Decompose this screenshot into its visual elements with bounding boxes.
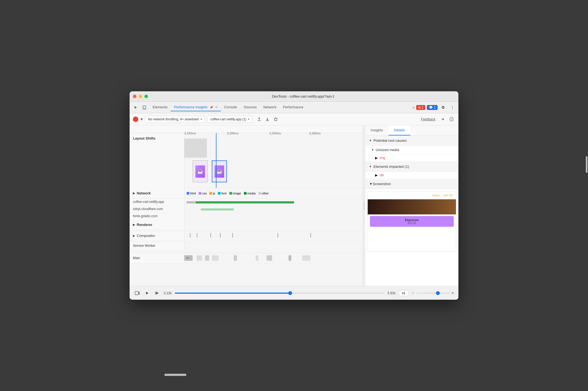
screenshot-header[interactable]: ▼ Screenshot (365, 179, 458, 189)
svg-point-2 (452, 106, 453, 106)
comp-tick-2 (197, 233, 197, 237)
legend-js: js (209, 192, 215, 195)
html-color-dot (187, 192, 189, 195)
elements-impacted-header[interactable]: ▼ Elements impacted (1) (365, 162, 458, 172)
settings-icon[interactable] (439, 104, 447, 111)
settings-icon-2[interactable] (439, 116, 446, 123)
network-bar-download-1 (195, 201, 294, 203)
unsized-media-section[interactable]: ▼ Unsized media (365, 146, 458, 154)
cursor-icon[interactable] (132, 104, 139, 111)
upload-icon[interactable] (256, 116, 263, 123)
zoom-slider-thumb[interactable] (436, 291, 440, 295)
start-button[interactable] (154, 290, 160, 296)
svg-rect-7 (135, 291, 138, 295)
close-button[interactable] (133, 95, 136, 98)
product-box-1[interactable]: ☕ (193, 160, 208, 182)
other-color-dot (258, 192, 261, 195)
network-track-2 (184, 206, 363, 213)
camera-mode-button[interactable] (134, 290, 141, 296)
network-row-3[interactable]: fonts.gstatic.com (130, 213, 363, 220)
potential-root-causes-header[interactable]: ▼ Potential root causes (365, 136, 458, 146)
timeline-scrubber[interactable] (175, 293, 384, 294)
delete-icon[interactable] (272, 116, 279, 123)
font-color-dot (218, 192, 221, 195)
zoom-slider[interactable] (416, 293, 449, 294)
comp-tick-3 (210, 233, 211, 237)
img-link-item[interactable]: ▶ img (365, 154, 458, 162)
network-row-2[interactable]: cdnjs.cloudflare.com (130, 206, 363, 213)
right-panel: Insights Details ▼ Potential root causes… (365, 125, 458, 286)
product-icon-1: ☕ (195, 165, 205, 178)
help-icon[interactable]: ? (448, 116, 455, 123)
scrubber-fill (175, 293, 290, 294)
play-button[interactable] (144, 290, 150, 296)
compositor-expand-icon: ▶ (133, 234, 135, 237)
legend-other: other (258, 192, 269, 195)
service-worker-track (184, 242, 363, 253)
compositor-label: ▶ Compositor (130, 231, 184, 240)
tab-elements[interactable]: Elements (149, 103, 171, 111)
network-label: ▶ Network (130, 188, 184, 198)
tab-close-icon[interactable]: ✕ (215, 106, 218, 109)
screenshot-expand-icon: ▼ (369, 182, 373, 186)
tab-performance-insights[interactable]: Performance insights 📌 ✕ (171, 103, 221, 111)
traffic-lights (133, 95, 148, 98)
main-task-r: R... (184, 255, 193, 261)
error-badge[interactable]: ⊗ 1 (416, 105, 426, 110)
network-row-1[interactable]: coffee-cart.netlify.app (130, 199, 363, 206)
legend-image: image (229, 192, 241, 195)
tab-details[interactable]: Details (389, 125, 410, 135)
tab-insights[interactable]: Insights (365, 125, 389, 135)
minimize-button[interactable] (139, 95, 142, 98)
zoom-out-icon[interactable]: − (412, 291, 414, 296)
url-dropdown[interactable]: coffee-cart.netlify.app (1) ▾ (207, 116, 252, 123)
product-box-2[interactable]: ☕ (212, 160, 227, 182)
legend-container: html css js (184, 190, 271, 197)
tab-sources[interactable]: Sources (240, 103, 260, 111)
service-worker-label: Service Worker (130, 242, 184, 249)
div-link-item[interactable]: ▶ div (365, 172, 458, 179)
ruler-tick-1: 3,160ms (184, 132, 196, 135)
css-color-dot (199, 192, 201, 195)
coffee-website-preview: menu cart (0) Espresso $10.00 (368, 191, 456, 251)
renderer-expand-icon: ▶ (133, 223, 135, 226)
tab-network[interactable]: Network (260, 103, 280, 111)
scrubber-thumb[interactable] (288, 291, 292, 295)
comp-tick-5 (232, 233, 233, 237)
main-task-6 (256, 255, 258, 261)
timeline-ruler: 3,160ms 3,200ms 3,240ms 3,280ms (130, 125, 363, 133)
main-task-9 (302, 255, 310, 261)
svg-marker-10 (156, 292, 159, 294)
right-tabs: Insights Details (365, 125, 458, 136)
image-color-dot (229, 192, 232, 195)
tab-performance[interactable]: Performance (280, 103, 307, 111)
message-badge[interactable]: 💬 1 (427, 105, 438, 110)
comp-tick-4 (220, 233, 221, 237)
download-icon[interactable] (264, 116, 271, 123)
record-button[interactable] (133, 117, 138, 122)
timeline-content[interactable]: Layout Shifts ☕ ☕ (130, 133, 363, 286)
feedback-link[interactable]: Feedback (421, 117, 435, 121)
network-track-1 (184, 199, 363, 206)
mobile-icon[interactable] (141, 104, 148, 111)
elements-expand-icon: ▼ (369, 165, 372, 168)
network-legend-row: ▶ Network html css (130, 188, 363, 199)
throttle-dropdown[interactable]: No network throttling, 4× slowdown ▾ (145, 116, 205, 123)
resize-handle[interactable] (363, 125, 365, 286)
dropdown-arrow-btn[interactable]: ▾ (141, 117, 143, 122)
svg-point-3 (452, 107, 453, 107)
more-options-icon[interactable] (449, 104, 456, 111)
bottom-controls: 3.13s 5.93s x1 − + (130, 286, 458, 300)
tab-console[interactable]: Console (221, 103, 241, 111)
main-content: 3,160ms 3,200ms 3,240ms 3,280ms Layout S… (130, 125, 458, 286)
legend-media: media (244, 192, 256, 195)
toolbar-more[interactable]: » (412, 105, 414, 109)
layout-shifts-row: Layout Shifts ☕ ☕ (130, 133, 363, 188)
legend-html: html (187, 192, 196, 195)
maximize-button[interactable] (144, 95, 148, 98)
pin-icon: 📌 (210, 106, 213, 109)
network-host-1: coffee-cart.netlify.app (130, 199, 184, 206)
chevron-down-icon: ▾ (201, 118, 202, 121)
zoom-in-icon[interactable]: + (452, 291, 454, 296)
main-task-5 (234, 255, 237, 261)
